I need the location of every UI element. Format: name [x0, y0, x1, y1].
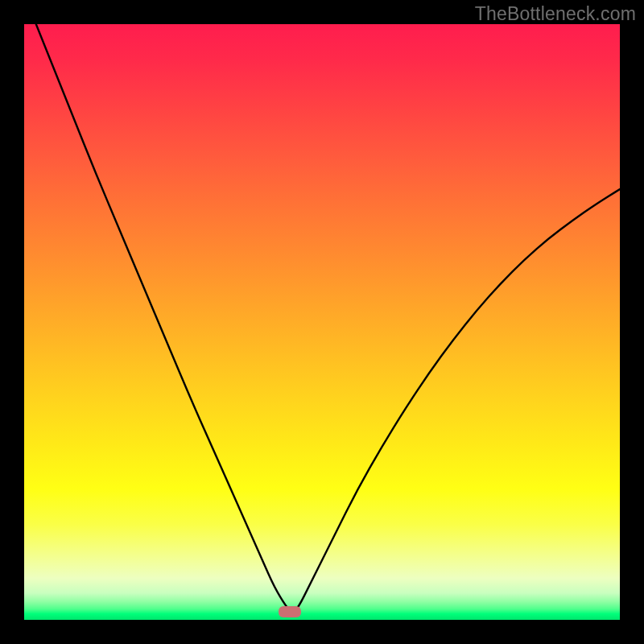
watermark-text: TheBottleneck.com	[475, 3, 636, 25]
plot-area	[24, 24, 620, 620]
chart-frame: TheBottleneck.com	[0, 0, 644, 644]
minimum-marker	[279, 606, 301, 617]
bottleneck-curve	[24, 24, 620, 620]
